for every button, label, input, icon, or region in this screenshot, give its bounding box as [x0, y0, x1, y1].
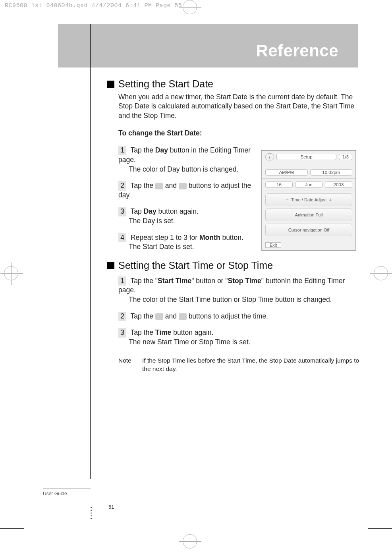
- plus-button-icon: [179, 183, 187, 189]
- footer-rule: [43, 488, 91, 488]
- step-number: 2: [118, 312, 126, 321]
- section-subheading: To change the Start Date:: [118, 129, 361, 138]
- crop-mark: [358, 534, 358, 556]
- bullet-square-icon: [107, 262, 114, 269]
- minus-button-icon: [155, 183, 163, 189]
- section-title: Setting the Start Time or Stop Time: [118, 259, 273, 272]
- minus-button-icon: [155, 313, 163, 320]
- crop-mark: [34, 534, 34, 556]
- step-number: 3: [118, 207, 126, 216]
- file-header: RC9500 1st 040604b.qxd 4/4/2004 6:41 PM …: [5, 2, 182, 9]
- note-label: Note: [118, 357, 142, 373]
- registration-mark-icon: [374, 266, 388, 280]
- dot-column-icon: •••••: [91, 506, 92, 520]
- step-number: 2: [118, 181, 126, 191]
- section-title: Setting the Start Date: [118, 77, 213, 91]
- step-item: 2 Tap the and buttons to adjust the day.: [118, 181, 253, 200]
- step-item: 4 Repeat step 1 to 3 for Month button. T…: [118, 233, 253, 252]
- step-number: 1: [118, 276, 126, 286]
- step-detail: The new Start Time or Stop Time is set.: [129, 338, 361, 347]
- registration-mark-icon: [183, 0, 197, 14]
- section-heading: Setting the Start Date: [107, 77, 361, 91]
- crop-mark: [0, 16, 24, 16]
- section-intro: When you add a new timer, the Start Date…: [118, 93, 361, 121]
- step-item: 3 Tap Day button again. The Day is set.: [118, 207, 253, 226]
- column-rule: [90, 24, 91, 479]
- step-detail: The Day is set.: [129, 216, 253, 226]
- page-number: 51: [108, 504, 114, 510]
- content-column: Setting the Start Date When you add a ne…: [107, 77, 361, 376]
- plus-button-icon: [179, 313, 187, 320]
- page-header: Reference: [58, 24, 358, 68]
- step-item: 2 Tap the and buttons to adjust the time…: [118, 312, 361, 321]
- crop-mark: [0, 528, 24, 529]
- note-box: Note If the Stop Time lies before the St…: [118, 354, 361, 376]
- bullet-square-icon: [107, 81, 114, 88]
- step-number: 3: [118, 328, 126, 338]
- step-number: 1: [118, 146, 126, 155]
- step-item: 1 Tap the "Start Time" button or "Stop T…: [118, 276, 361, 305]
- registration-mark-icon: [4, 266, 18, 280]
- step-detail: The color of Day button is changed.: [129, 165, 253, 174]
- step-number: 4: [118, 233, 126, 243]
- step-item: 1 Tap the Day button in the Editing Time…: [118, 146, 253, 174]
- step-detail: The Start Date is set.: [129, 242, 253, 252]
- step-item: 3 Tap the Time button again. The new Sta…: [118, 328, 361, 347]
- step-detail: The color of the Start Time button or St…: [129, 295, 361, 305]
- footer-label: User Guide: [43, 491, 67, 496]
- section-heading: Setting the Start Time or Stop Time: [107, 259, 361, 272]
- page-title: Reference: [256, 41, 338, 60]
- registration-mark-icon: [183, 534, 197, 548]
- crop-mark: [368, 528, 392, 529]
- note-text: If the Stop Time lies before the Start T…: [142, 357, 361, 373]
